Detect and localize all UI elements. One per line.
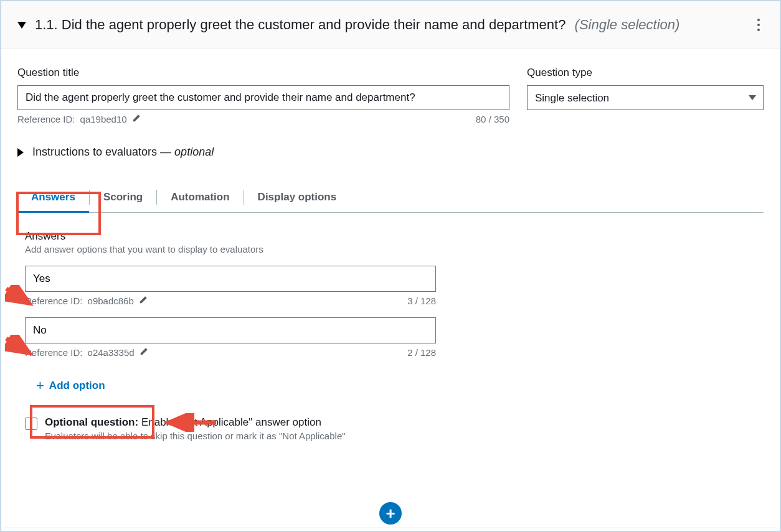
- reference-id-value: o9badc86b: [88, 296, 134, 306]
- tab-automation[interactable]: Automation: [157, 182, 243, 212]
- question-type-badge: (Single selection): [575, 17, 680, 32]
- answer-option-input[interactable]: [25, 317, 436, 343]
- char-counter: 2 / 128: [407, 347, 436, 358]
- answers-section-help: Add answer options that you want to disp…: [25, 244, 756, 254]
- answer-option-input[interactable]: [25, 266, 436, 292]
- pencil-icon[interactable]: [140, 347, 148, 358]
- question-title-label: Question title: [17, 67, 509, 79]
- question-type-label: Question type: [527, 67, 764, 79]
- reference-id-label: Reference ID:: [25, 347, 83, 358]
- plus-icon: +: [386, 505, 395, 521]
- optional-question-bold: Optional question:: [45, 416, 138, 428]
- tab-answers[interactable]: Answers: [17, 182, 89, 212]
- instructions-toggle[interactable]: Instructions to evaluators — optional: [17, 146, 764, 159]
- reference-id-label: Reference ID:: [25, 296, 83, 306]
- add-question-fab[interactable]: +: [379, 502, 402, 525]
- question-title-display: Did the agent properly greet the custome…: [62, 17, 566, 32]
- optional-question-label: Enable "Not Applicable" answer option: [141, 416, 321, 428]
- tab-bar: Answers Scoring Automation Display optio…: [17, 182, 764, 213]
- add-option-label: Add option: [49, 380, 105, 392]
- char-counter: 80 / 350: [476, 114, 509, 124]
- char-counter: 3 / 128: [407, 296, 436, 306]
- collapse-icon[interactable]: [17, 22, 26, 29]
- pencil-icon[interactable]: [132, 114, 141, 124]
- question-header: 1.1. Did the agent properly greet the cu…: [1, 1, 780, 49]
- instructions-label: Instructions to evaluators —: [32, 146, 174, 158]
- optional-question-checkbox[interactable]: [25, 418, 37, 430]
- kebab-menu-icon[interactable]: [754, 15, 764, 35]
- instructions-optional: optional: [174, 146, 214, 158]
- expand-icon: [17, 148, 24, 157]
- pencil-icon[interactable]: [139, 296, 148, 306]
- question-number: 1.1.: [35, 17, 58, 32]
- question-title-input[interactable]: [17, 85, 509, 110]
- tab-display-options[interactable]: Display options: [244, 182, 351, 212]
- tab-scoring[interactable]: Scoring: [90, 182, 156, 212]
- footer-divider: [4, 528, 777, 528]
- question-type-select[interactable]: Single selection: [527, 85, 764, 110]
- optional-question-help: Evaluators will be able to skip this que…: [45, 431, 346, 441]
- add-option-button[interactable]: + Add option: [25, 371, 116, 400]
- reference-id-value: qa19bed10: [80, 114, 127, 124]
- reference-id-value: o24a3335d: [88, 347, 135, 358]
- plus-icon: +: [36, 378, 44, 394]
- reference-id-label: Reference ID:: [17, 114, 75, 124]
- answers-section-label: Answers: [25, 230, 756, 243]
- question-header-title: 1.1. Did the agent properly greet the cu…: [35, 17, 741, 33]
